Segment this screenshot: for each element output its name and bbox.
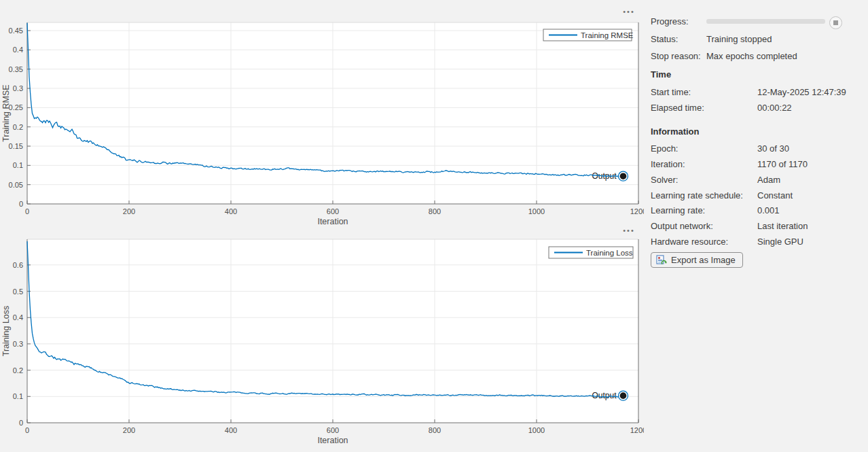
x-tick-label: 600 bbox=[327, 207, 339, 215]
hardware-resource-row: Hardware resource: Single GPU bbox=[651, 236, 803, 247]
epoch-label: Epoch: bbox=[651, 143, 757, 154]
time-section-header: Time bbox=[651, 69, 671, 80]
start-time-label: Start time: bbox=[651, 87, 757, 97]
y-tick-label: 0.3 bbox=[13, 84, 23, 92]
stop-icon bbox=[833, 20, 838, 25]
x-tick-label: 800 bbox=[429, 426, 441, 434]
solver-value: Adam bbox=[757, 175, 780, 185]
epoch-value: 30 of 30 bbox=[757, 143, 789, 154]
progress-row: Progress: bbox=[651, 16, 825, 27]
elapsed-time-value: 00:00:22 bbox=[757, 103, 792, 113]
hardware-resource-label: Hardware resource: bbox=[651, 237, 757, 247]
iteration-label: Iteration: bbox=[651, 159, 757, 169]
y-tick-label: 0.45 bbox=[9, 27, 23, 35]
hardware-resource-value: Single GPU bbox=[757, 237, 803, 247]
progress-label: Progress: bbox=[651, 16, 706, 27]
elapsed-time-label: Elapsed time: bbox=[651, 103, 757, 113]
training-progress-window: 02004006008001000120000.050.10.150.20.25… bbox=[0, 0, 868, 452]
iteration-value: 1170 of 1170 bbox=[757, 159, 808, 169]
x-tick-label: 400 bbox=[225, 426, 237, 434]
export-as-image-button[interactable]: Export as Image bbox=[651, 252, 743, 268]
learning-rate-schedule-label: Learning rate schedule: bbox=[651, 190, 757, 201]
x-tick-label: 0 bbox=[25, 426, 29, 434]
start-time-value: 12-May-2025 12:47:39 bbox=[757, 87, 846, 97]
x-tick-label: 1200 bbox=[630, 207, 644, 215]
x-tick-label: 600 bbox=[327, 426, 339, 434]
x-tick-label: 0 bbox=[25, 207, 29, 215]
y-tick-label: 0.5 bbox=[13, 288, 23, 296]
y-tick-label: 0.1 bbox=[13, 392, 23, 400]
training-loss-chart[interactable]: 02004006008001000120000.10.20.30.40.50.6… bbox=[0, 228, 644, 452]
information-section-header: Information bbox=[651, 126, 700, 137]
epoch-row: Epoch: 30 of 30 bbox=[651, 143, 789, 154]
y-tick-label: 0.2 bbox=[13, 366, 23, 375]
x-tick-label: 1000 bbox=[528, 207, 545, 215]
y-tick-label: 0.15 bbox=[9, 142, 23, 150]
start-time-row: Start time: 12-May-2025 12:47:39 bbox=[651, 86, 846, 97]
y-axis-label: Training RMSE bbox=[1, 84, 11, 141]
x-axis-label: Iteration bbox=[317, 436, 348, 445]
y-tick-label: 0.1 bbox=[13, 161, 23, 169]
legend-label: Training Loss bbox=[586, 249, 633, 257]
x-tick-label: 1200 bbox=[630, 426, 644, 434]
x-tick-label: 800 bbox=[429, 207, 441, 215]
status-row: Status: Training stopped bbox=[651, 33, 772, 44]
stop-reason-value: Max epochs completed bbox=[706, 51, 797, 61]
solver-label: Solver: bbox=[651, 175, 757, 185]
y-tick-label: 0 bbox=[19, 200, 23, 208]
rmse-chart-options-icon[interactable]: ••• bbox=[619, 8, 639, 18]
solver-row: Solver: Adam bbox=[651, 174, 780, 185]
training-info-panel: Progress: Status: Training stopped Stop … bbox=[651, 0, 868, 452]
elapsed-time-row: Elapsed time: 00:00:22 bbox=[651, 102, 792, 113]
export-image-icon bbox=[656, 255, 667, 266]
y-tick-label: 0.6 bbox=[13, 261, 23, 269]
iteration-row: Iteration: 1170 of 1170 bbox=[651, 158, 808, 169]
training-rmse-chart[interactable]: 02004006008001000120000.050.10.150.20.25… bbox=[0, 0, 644, 228]
output-network-value: Last iteration bbox=[757, 221, 808, 231]
y-tick-label: 0.4 bbox=[13, 313, 23, 321]
status-label: Status: bbox=[651, 34, 706, 44]
progress-bar bbox=[706, 19, 825, 24]
loss-chart-options-icon[interactable]: ••• bbox=[619, 227, 639, 237]
y-tick-label: 0 bbox=[19, 419, 23, 427]
y-tick-label: 0.35 bbox=[9, 65, 23, 73]
learning-rate-label: Learning rate: bbox=[651, 205, 757, 215]
y-tick-label: 0.4 bbox=[13, 46, 23, 54]
learning-rate-schedule-value: Constant bbox=[757, 190, 793, 201]
learning-rate-value: 0.001 bbox=[757, 205, 780, 215]
output-network-label: Output network: bbox=[651, 221, 757, 231]
status-value: Training stopped bbox=[706, 34, 772, 44]
output-marker bbox=[620, 173, 627, 179]
x-tick-label: 200 bbox=[123, 207, 135, 215]
stop-training-button[interactable] bbox=[829, 16, 842, 29]
x-tick-label: 400 bbox=[225, 207, 237, 215]
y-tick-label: 0.3 bbox=[13, 340, 23, 348]
stop-reason-label: Stop reason: bbox=[651, 51, 706, 61]
y-tick-label: 0.2 bbox=[13, 123, 23, 131]
y-axis-label: Training Loss bbox=[1, 306, 11, 357]
stop-reason-row: Stop reason: Max epochs completed bbox=[651, 50, 797, 61]
x-tick-label: 1000 bbox=[528, 426, 545, 434]
learning-rate-schedule-row: Learning rate schedule: Constant bbox=[651, 190, 793, 201]
output-annotation-label: Output bbox=[592, 391, 617, 400]
y-tick-label: 0.05 bbox=[9, 181, 23, 189]
legend-label: Training RMSE bbox=[581, 31, 634, 39]
learning-rate-row: Learning rate: 0.001 bbox=[651, 205, 780, 215]
export-as-image-label: Export as Image bbox=[671, 255, 736, 265]
output-network-row: Output network: Last iteration bbox=[651, 220, 808, 231]
x-tick-label: 200 bbox=[123, 426, 135, 434]
x-axis-label: Iteration bbox=[317, 217, 348, 226]
output-marker bbox=[620, 392, 627, 399]
